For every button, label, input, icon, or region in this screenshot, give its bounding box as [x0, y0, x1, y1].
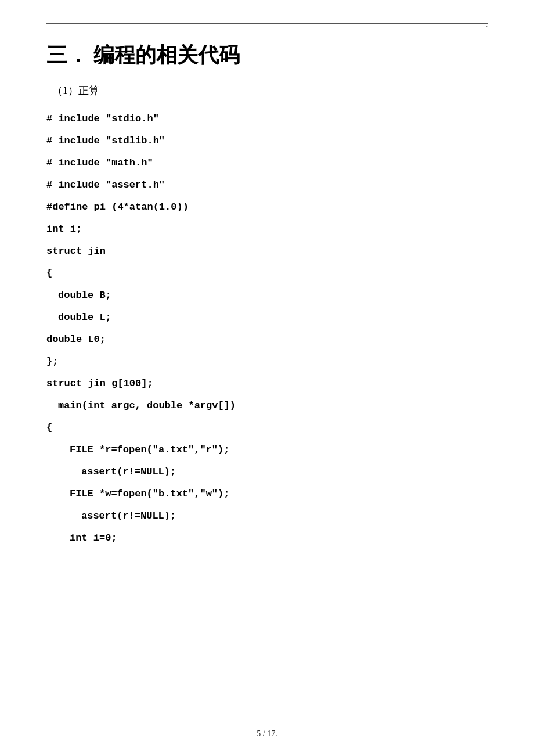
sub-title: （1）正算 [52, 84, 488, 98]
code-line: main(int argc, double *argv[]) [58, 396, 488, 416]
code-line: assert(r!=NULL); [81, 506, 488, 526]
code-line: FILE *r=fopen("a.txt","r"); [70, 440, 488, 460]
code-line: { [46, 418, 488, 438]
code-line: # include "stdlib.h" [46, 131, 488, 151]
top-border: . [46, 23, 488, 24]
top-border-dot: . [486, 21, 488, 28]
page-footer: 5 / 17. [0, 729, 534, 739]
code-line: }; [46, 352, 488, 372]
code-line: { [46, 264, 488, 283]
code-line: FILE *w=fopen("b.txt","w"); [70, 484, 488, 504]
code-line: double L; [58, 308, 488, 327]
code-line: # include "assert.h" [46, 175, 488, 195]
code-block: # include "stdio.h"# include "stdlib.h"#… [46, 109, 488, 548]
code-line: double L0; [46, 330, 488, 350]
section-title: 三． 编程的相关代码 [46, 41, 488, 70]
page-number: 5 / 17. [257, 729, 277, 738]
code-line: double B; [58, 286, 488, 305]
code-line: int i; [46, 219, 488, 239]
code-line: struct jin g[100]; [46, 374, 488, 394]
code-line: #define pi (4*atan(1.0)) [46, 197, 488, 217]
code-line: int i=0; [70, 528, 488, 548]
code-line: struct jin [46, 242, 488, 261]
code-line: assert(r!=NULL); [81, 462, 488, 482]
code-line: # include "stdio.h" [46, 109, 488, 129]
code-line: # include "math.h" [46, 153, 488, 173]
